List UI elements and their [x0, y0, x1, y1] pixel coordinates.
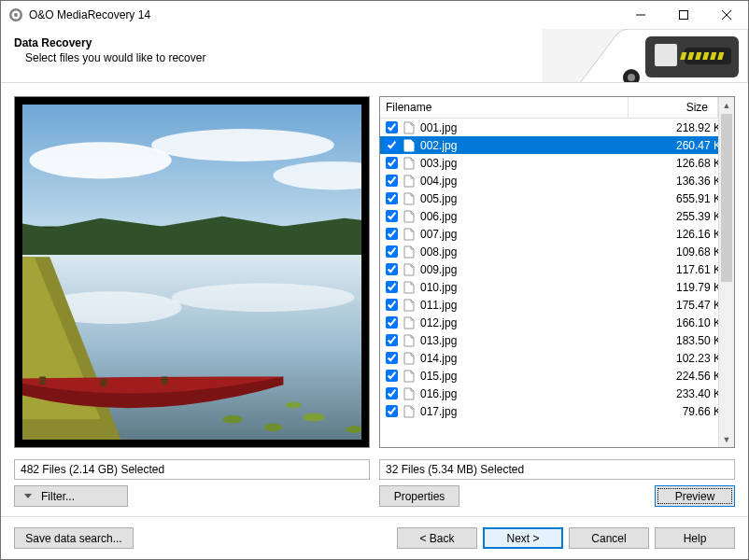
svg-point-18 [628, 74, 635, 81]
file-icon [402, 280, 417, 295]
file-name: 006.jpg [420, 210, 644, 223]
table-row[interactable]: 011.jpg175.47 KB [380, 296, 734, 314]
table-row[interactable]: 004.jpg136.36 KB [380, 172, 734, 189]
file-icon [402, 333, 417, 348]
close-button[interactable] [705, 1, 748, 29]
svg-rect-31 [101, 379, 107, 387]
file-icon [402, 369, 417, 384]
back-button[interactable]: < Back [397, 527, 477, 549]
table-row[interactable]: 008.jpg109.68 KB [380, 243, 734, 260]
scroll-thumb[interactable] [721, 114, 732, 282]
file-name: 011.jpg [420, 299, 644, 312]
table-row[interactable]: 009.jpg117.61 KB [380, 260, 734, 278]
table-row[interactable]: 005.jpg655.91 KB [380, 189, 734, 207]
right-panel: Filename Size 001.jpg218.92 KB002.jpg260… [379, 96, 735, 516]
file-icon [402, 404, 417, 419]
wizard-header: Data Recovery Select files you would lik… [1, 29, 748, 83]
file-name: 012.jpg [420, 316, 644, 329]
row-checkbox[interactable] [386, 175, 398, 187]
page-title: Data Recovery [14, 36, 205, 49]
file-icon [402, 262, 417, 277]
file-list-header[interactable]: Filename Size [380, 97, 734, 119]
table-row[interactable]: 006.jpg255.39 KB [380, 207, 734, 225]
row-checkbox[interactable] [386, 352, 398, 364]
table-row[interactable]: 014.jpg102.23 KB [380, 349, 734, 367]
row-checkbox[interactable] [386, 405, 398, 417]
scroll-down-icon[interactable]: ▼ [719, 431, 734, 447]
row-checkbox[interactable] [386, 316, 398, 329]
file-name: 015.jpg [420, 370, 644, 383]
file-name: 002.jpg [420, 139, 644, 152]
title-bar: O&O MediaRecovery 14 [1, 1, 748, 29]
svg-point-35 [303, 413, 325, 422]
svg-rect-32 [162, 377, 168, 385]
table-row[interactable]: 007.jpg126.16 KB [380, 225, 734, 243]
file-icon [402, 156, 417, 171]
file-icon [402, 245, 417, 259]
left-status: 482 Files (2.14 GB) Selected [14, 459, 370, 480]
row-checkbox[interactable] [386, 121, 398, 133]
page-subtitle: Select files you would like to recover [25, 51, 205, 64]
file-name: 003.jpg [420, 157, 644, 170]
table-row[interactable]: 010.jpg119.79 KB [380, 278, 734, 296]
scroll-up-icon[interactable]: ▲ [719, 97, 734, 113]
table-row[interactable]: 003.jpg126.68 KB [380, 154, 734, 172]
svg-rect-9 [655, 44, 677, 66]
file-name: 017.jpg [420, 405, 644, 418]
row-checkbox[interactable] [386, 334, 398, 346]
row-checkbox[interactable] [386, 370, 398, 382]
svg-point-37 [286, 402, 302, 409]
content-area: 482 Files (2.14 GB) Selected Filter... F… [1, 83, 748, 516]
preview-button[interactable]: Preview [655, 485, 735, 507]
row-checkbox[interactable] [386, 139, 398, 151]
scrollbar[interactable]: ▲ ▼ [718, 97, 734, 447]
file-icon [402, 120, 417, 135]
table-row[interactable]: 012.jpg166.10 KB [380, 314, 734, 331]
file-icon [402, 138, 417, 153]
file-list[interactable]: Filename Size 001.jpg218.92 KB002.jpg260… [379, 96, 735, 448]
row-checkbox[interactable] [386, 245, 398, 258]
next-button[interactable]: Next > [483, 527, 563, 549]
preview-frame [14, 96, 370, 448]
file-name: 008.jpg [420, 245, 644, 259]
file-list-body[interactable]: 001.jpg218.92 KB002.jpg260.47 KB003.jpg1… [380, 119, 734, 447]
svg-rect-4 [680, 11, 688, 20]
minimize-button[interactable] [619, 1, 662, 29]
svg-point-27 [172, 283, 355, 311]
table-row[interactable]: 015.jpg224.56 KB [380, 367, 734, 385]
svg-point-2 [14, 13, 18, 17]
table-row[interactable]: 002.jpg260.47 KB [380, 136, 734, 154]
properties-button[interactable]: Properties [379, 485, 459, 507]
cancel-button[interactable]: Cancel [569, 527, 649, 549]
svg-point-33 [222, 415, 243, 424]
row-checkbox[interactable] [386, 210, 398, 222]
svg-point-21 [151, 129, 334, 161]
save-data-search-button[interactable]: Save data search... [14, 527, 134, 549]
svg-point-20 [29, 142, 171, 178]
row-checkbox[interactable] [386, 299, 398, 311]
file-name: 007.jpg [420, 228, 644, 241]
table-row[interactable]: 001.jpg218.92 KB [380, 119, 734, 136]
file-name: 013.jpg [420, 334, 644, 347]
table-row[interactable]: 013.jpg183.50 KB [380, 331, 734, 349]
row-checkbox[interactable] [386, 263, 398, 275]
row-checkbox[interactable] [386, 228, 398, 240]
column-filename[interactable]: Filename [380, 97, 629, 118]
filter-button[interactable]: Filter... [14, 485, 128, 507]
filter-label: Filter... [41, 490, 75, 503]
table-row[interactable]: 016.jpg233.40 KB [380, 385, 734, 402]
header-graphic [543, 29, 748, 83]
file-name: 016.jpg [420, 387, 644, 400]
row-checkbox[interactable] [386, 387, 398, 399]
file-name: 001.jpg [420, 121, 644, 134]
table-row[interactable]: 017.jpg79.66 KB [380, 402, 734, 420]
row-checkbox[interactable] [386, 157, 398, 169]
help-button[interactable]: Help [655, 527, 735, 549]
file-name: 009.jpg [420, 263, 644, 276]
row-checkbox[interactable] [386, 281, 398, 293]
file-icon [402, 351, 417, 366]
column-size[interactable]: Size [629, 97, 718, 118]
row-checkbox[interactable] [386, 192, 398, 204]
maximize-button[interactable] [662, 1, 705, 29]
file-icon [402, 191, 417, 206]
